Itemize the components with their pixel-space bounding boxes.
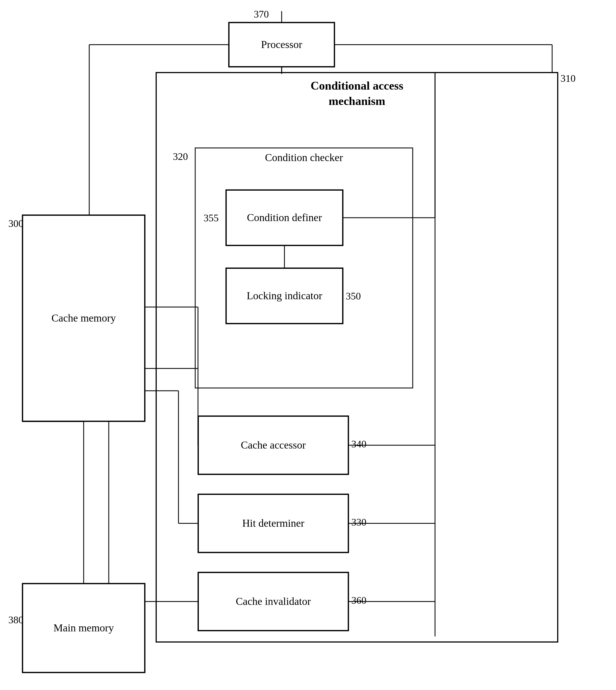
processor-label: Processor xyxy=(261,38,302,51)
processor-ref: 370 xyxy=(254,8,269,20)
cache-invalidator-label: Cache invalidator xyxy=(236,594,311,608)
cache-accessor-box: Cache accessor xyxy=(198,416,349,475)
processor-box: Processor xyxy=(229,22,335,67)
condition-checker-label: Condition checker xyxy=(265,151,343,163)
cam-label: Conditional accessmechanism xyxy=(311,79,403,107)
condition-checker-ref: 320 xyxy=(173,151,188,163)
main-memory-box: Main memory xyxy=(22,583,145,673)
diagram-container: Processor 370 Conditional accessmechanis… xyxy=(0,0,616,690)
cache-invalidator-ref: 360 xyxy=(351,594,367,606)
cache-accessor-ref: 340 xyxy=(351,438,367,450)
condition-checker-label-text: Condition checker xyxy=(195,151,413,164)
locking-indicator-label: Locking indicator xyxy=(246,289,322,302)
locking-indicator-ref: 350 xyxy=(346,290,361,302)
locking-indicator-box: Locking indicator xyxy=(226,268,343,324)
hit-determiner-ref: 330 xyxy=(351,516,367,528)
main-memory-label: Main memory xyxy=(53,621,114,635)
main-memory-ref: 380 xyxy=(8,614,23,626)
cache-memory-label: Cache memory xyxy=(51,311,116,325)
hit-determiner-label: Hit determiner xyxy=(242,516,305,530)
cam-title: Conditional accessmechanism xyxy=(234,78,480,109)
cache-memory-ref: 300 xyxy=(8,218,23,229)
cache-accessor-label: Cache accessor xyxy=(241,438,306,452)
cache-memory-box: Cache memory xyxy=(22,215,145,421)
cache-invalidator-box: Cache invalidator xyxy=(198,572,349,631)
condition-definer-ref: 355 xyxy=(203,212,219,224)
condition-definer-label: Condition definer xyxy=(247,211,322,225)
condition-definer-box: Condition definer xyxy=(226,190,343,246)
cam-ref: 310 xyxy=(560,72,576,84)
hit-determiner-box: Hit determiner xyxy=(198,494,349,553)
